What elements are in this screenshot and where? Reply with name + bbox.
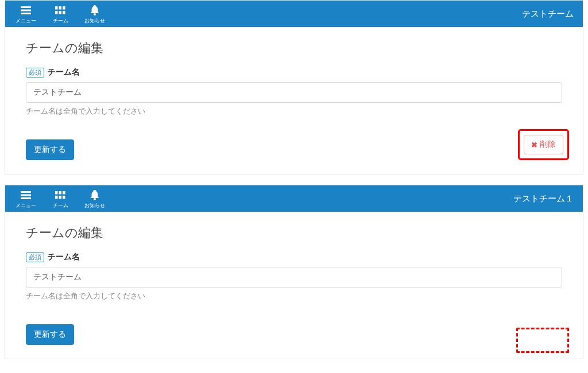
svg-rect-6	[55, 11, 58, 14]
grid-icon	[55, 5, 65, 16]
svg-rect-11	[21, 194, 31, 196]
help-text: チーム名は全角で入力してください	[26, 291, 562, 301]
team-name-input[interactable]	[26, 82, 562, 103]
field-label: チーム名	[48, 67, 80, 77]
svg-point-19	[94, 198, 96, 200]
svg-rect-1	[21, 9, 31, 11]
nav-menu-label: メニュー	[16, 202, 36, 209]
svg-rect-12	[21, 197, 31, 199]
help-text: チーム名は全角で入力してください	[26, 106, 562, 116]
nav-team-label: チーム	[53, 17, 68, 25]
bell-icon	[90, 189, 99, 201]
page-title: チームの編集	[26, 224, 562, 242]
nav-notice[interactable]: お知らせ	[79, 187, 111, 211]
bell-icon	[90, 5, 99, 16]
svg-rect-5	[63, 6, 65, 10]
menu-icon	[21, 189, 31, 201]
team-edit-panel-2: メニュー チーム お知らせ テストチーム１ チームの編集 必須 チーム名 チー	[5, 185, 583, 359]
delete-label: 削除	[540, 139, 556, 150]
nav-items: メニュー チーム お知らせ	[10, 187, 111, 211]
svg-rect-7	[59, 11, 62, 14]
nav-team-label: チーム	[53, 202, 68, 209]
update-button[interactable]: 更新する	[26, 139, 74, 160]
nav-items: メニュー チーム お知らせ	[10, 2, 111, 26]
delete-area: ✖ 削除	[518, 129, 569, 160]
svg-rect-8	[63, 11, 65, 14]
svg-point-9	[94, 13, 96, 15]
nav-notice-label: お知らせ	[84, 17, 105, 25]
field-label-row: 必須 チーム名	[26, 252, 562, 262]
delete-button[interactable]: ✖ 削除	[524, 135, 563, 154]
topbar: メニュー チーム お知らせ テストチーム１	[5, 185, 583, 212]
highlight-frame: ✖ 削除	[518, 129, 569, 160]
field-label: チーム名	[48, 252, 80, 262]
svg-rect-10	[21, 191, 31, 193]
grid-icon	[55, 189, 65, 201]
nav-menu[interactable]: メニュー	[10, 2, 42, 26]
menu-icon	[21, 5, 31, 16]
svg-rect-3	[55, 6, 58, 10]
required-badge: 必須	[26, 68, 44, 77]
field-label-row: 必須 チーム名	[26, 67, 562, 77]
svg-rect-17	[59, 196, 62, 199]
svg-rect-2	[21, 13, 31, 14]
nav-notice[interactable]: お知らせ	[79, 2, 111, 26]
update-button[interactable]: 更新する	[26, 324, 74, 345]
svg-rect-18	[63, 196, 65, 199]
svg-rect-13	[55, 191, 58, 195]
close-icon: ✖	[531, 141, 537, 149]
team-display-name: テストチーム	[522, 9, 574, 20]
nav-menu[interactable]: メニュー	[10, 187, 42, 211]
svg-rect-16	[55, 196, 58, 199]
team-display-name: テストチーム１	[513, 193, 574, 204]
nav-team[interactable]: チーム	[44, 2, 76, 26]
team-name-input[interactable]	[26, 267, 562, 287]
content-area: チームの編集 必須 チーム名 チーム名は全角で入力してください 更新する ✖ 削…	[5, 27, 583, 174]
nav-team[interactable]: チーム	[44, 187, 76, 211]
nav-notice-label: お知らせ	[84, 202, 105, 209]
topbar: メニュー チーム お知らせ テストチーム	[5, 1, 583, 27]
required-badge: 必須	[26, 252, 44, 262]
content-area: チームの編集 必須 チーム名 チーム名は全角で入力してください 更新する	[5, 212, 583, 359]
nav-menu-label: メニュー	[16, 17, 36, 25]
svg-rect-14	[59, 191, 62, 195]
svg-rect-4	[59, 6, 62, 10]
page-title: チームの編集	[26, 40, 562, 57]
svg-rect-0	[21, 6, 31, 8]
missing-delete-highlight	[516, 328, 569, 353]
svg-rect-15	[63, 191, 65, 195]
team-edit-panel-1: メニュー チーム お知らせ テストチーム チームの編集 必須 チーム名 チーム	[5, 0, 583, 174]
